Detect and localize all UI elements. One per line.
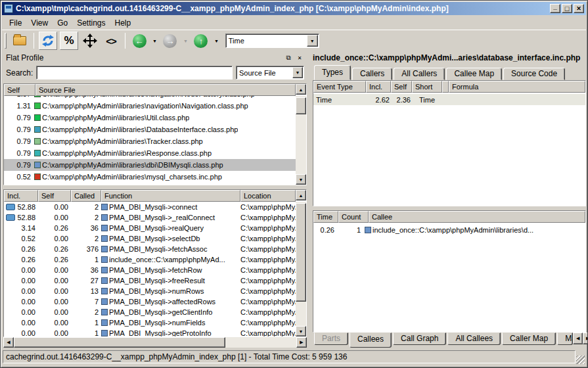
scrollbar-thumb[interactable] [296, 97, 306, 114]
tab-machine[interactable]: Machine [557, 333, 573, 345]
table-row[interactable]: 0.000.007PMA_DBI_Mysqli->affectedRowsC:\… [4, 296, 296, 307]
back-button[interactable] [130, 32, 148, 50]
self-cost: 0.79 [4, 114, 33, 122]
col-spacer [442, 81, 449, 93]
table-row[interactable]: 0.000.0027PMA_DBI_Mysqli->freeResultC:\x… [4, 275, 296, 286]
cycle-detection-button[interactable] [102, 32, 120, 50]
self-cost: 0.79 [4, 161, 33, 169]
resize-grip-icon[interactable] [576, 356, 585, 364]
table-row[interactable]: 3.140.2636PMA_DBI_Mysqli->realQueryC:\xa… [4, 223, 296, 233]
function-name: include_once::C:\xampp\phpMyAd... [109, 256, 225, 264]
back-dropdown-icon[interactable] [152, 39, 157, 43]
table-row[interactable]: 0.79C:\xampp\phpMyAdmin\libraries\Util.c… [4, 112, 296, 124]
col-called[interactable]: Called [71, 190, 101, 202]
col-source-file[interactable]: Source File [35, 84, 296, 96]
table-row[interactable]: 52.880.002PMA_DBI_Mysqli->connectC:\xamp… [4, 202, 296, 212]
table-row[interactable]: 0.000.0013PMA_DBI_Mysqli->numRowsC:\xamp… [4, 286, 296, 296]
tab-callees[interactable]: Callees [350, 333, 392, 348]
menu-file[interactable]: File [5, 17, 26, 29]
col-function[interactable]: Function [101, 190, 240, 202]
menu-help[interactable]: Help [110, 17, 136, 29]
open-file-button[interactable] [11, 32, 29, 50]
event-row-selected[interactable]: Time 2.62 2.36 Time [313, 94, 585, 105]
menu-settings[interactable]: Settings [72, 17, 110, 29]
col-self[interactable]: Self [391, 81, 412, 93]
scrollbar-thumb[interactable] [296, 203, 306, 302]
table-row[interactable]: 0.260.261include_once::C:\xampp\phpMyAd.… [4, 254, 296, 265]
col-short[interactable]: Short [412, 81, 442, 93]
table-row[interactable]: 0.79C:\xampp\phpMyAdmin\libraries\Respon… [4, 147, 296, 159]
up-button[interactable] [192, 32, 210, 50]
close-button[interactable] [574, 4, 584, 13]
self-cost: 0.00 [38, 214, 71, 221]
scroll-right-icon[interactable] [296, 337, 307, 348]
forward-button[interactable] [161, 32, 179, 50]
col-self[interactable]: Self [38, 190, 71, 202]
table-row[interactable]: 0.000.002PMA_DBI_Mysqli->getClientInfoC:… [4, 307, 296, 317]
maximize-button[interactable] [562, 4, 572, 13]
grouping-select[interactable]: Source File [236, 66, 304, 80]
table-row[interactable]: 0.79C:\xampp\phpMyAdmin\libraries\Databa… [4, 124, 296, 135]
col-count[interactable]: Count [338, 211, 369, 223]
table-row[interactable]: 1.31C:\xampp\phpMyAdmin\libraries\naviga… [4, 100, 296, 112]
table-row[interactable]: 0.52C:\xampp\phpMyAdmin\libraries\mysql_… [4, 171, 296, 183]
location: C:\xampp\phpMyA [240, 256, 296, 264]
col-event-type[interactable]: Event Type [313, 81, 366, 93]
vertical-scrollbar[interactable] [296, 96, 306, 185]
col-incl[interactable]: Incl. [366, 81, 391, 93]
cost-bar-icon [6, 204, 15, 210]
toolbar-drag-handle[interactable] [5, 33, 7, 49]
table-row[interactable]: 0.260.26376PMA_DBI_Mysqli->fetchAssocC:\… [4, 244, 296, 254]
table-row[interactable]: 0.520.002PMA_DBI_Mysqli->selectDbC:\xamp… [4, 233, 296, 244]
scrollbar-thumb[interactable] [14, 337, 225, 348]
menu-go[interactable]: Go [53, 17, 72, 29]
tab-caller-map[interactable]: Caller Map [502, 333, 556, 345]
tab-all-callers[interactable]: All Callers [394, 68, 445, 80]
tab-callee-map[interactable]: Callee Map [446, 68, 502, 80]
tab-types[interactable]: Types [314, 65, 351, 80]
scroll-left-icon[interactable] [3, 337, 14, 348]
percent-toggle-button[interactable] [60, 32, 78, 50]
expand-toggle-button[interactable] [81, 32, 99, 50]
dock-float-icon[interactable] [284, 54, 293, 62]
up-dropdown-icon[interactable] [214, 39, 219, 43]
tab-all-callees[interactable]: All Callees [447, 333, 501, 345]
col-incl[interactable]: Incl. [4, 190, 38, 202]
col-time[interactable]: Time [313, 211, 338, 223]
menu-view[interactable]: View [26, 17, 53, 29]
table-row[interactable]: 52.880.002PMA_DBI_Mysqli->_realConnectC:… [4, 212, 296, 223]
table-row[interactable]: 0.79C:\xampp\phpMyAdmin\libraries\Tracke… [4, 135, 296, 147]
tab-scroll-right-icon[interactable] [583, 333, 588, 344]
tab-callers[interactable]: Callers [352, 68, 392, 80]
col-self[interactable]: Self [4, 84, 35, 96]
tab-source-code[interactable]: Source Code [503, 68, 565, 80]
combo-dropdown-icon[interactable] [307, 35, 318, 47]
table-row[interactable]: 0.52C:\xampp\phpMyAdmin\libraries\user_p… [4, 183, 296, 185]
scroll-down-icon[interactable] [296, 174, 306, 185]
location: C:\xampp\phpMyA [240, 308, 296, 316]
table-row-selected[interactable]: 0.79C:\xampp\phpMyAdmin\libraries\dbi\DB… [4, 159, 296, 171]
reload-button[interactable] [39, 32, 57, 50]
horizontal-scrollbar[interactable] [3, 337, 307, 348]
search-input[interactable] [36, 66, 233, 80]
title-bar[interactable]: C:\xampp\tmp\cachegrind.out.1416463299-C… [2, 2, 586, 15]
vertical-scrollbar[interactable] [296, 202, 306, 336]
scroll-down-icon[interactable] [296, 326, 306, 336]
minimize-button[interactable] [550, 4, 560, 13]
combo-dropdown-icon[interactable] [292, 67, 303, 78]
scroll-up-icon[interactable] [296, 84, 306, 95]
tab-scroll-left-icon[interactable] [573, 333, 583, 344]
dock-title-bar[interactable]: Flat Profile [3, 52, 307, 64]
event-type-select[interactable]: Time [225, 34, 319, 48]
col-location[interactable]: Location [240, 190, 296, 202]
tab-call-graph[interactable]: Call Graph [393, 333, 446, 345]
table-row[interactable]: 0.000.001PMA_DBI_Mysqli->numFieldsC:\xam… [4, 317, 296, 328]
table-row[interactable]: 0.26 1 include_once::C:\xampp\phpMyAdmin… [313, 224, 585, 235]
scroll-up-icon[interactable] [296, 190, 306, 200]
col-formula[interactable]: Formula [449, 81, 585, 93]
table-row[interactable]: 0.000.0036PMA_DBI_Mysqli->fetchRowC:\xam… [4, 265, 296, 275]
table-row[interactable]: 0.000.001PMA_DBI_Mysqli->getProtoInfoC:\… [4, 328, 296, 336]
col-callee[interactable]: Callee [369, 211, 585, 223]
dock-close-icon[interactable] [295, 54, 304, 62]
incl-cost: 0.00 [22, 298, 35, 306]
